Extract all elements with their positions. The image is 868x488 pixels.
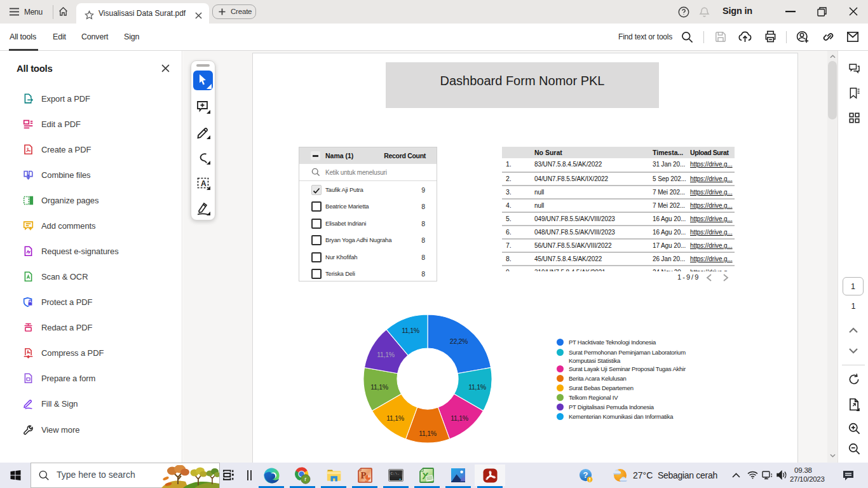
svg-text:C:\.: C:\.	[391, 471, 400, 476]
svg-text:11,1%: 11,1%	[402, 327, 419, 334]
svg-text:11,1%: 11,1%	[386, 414, 404, 422]
svg-text:11,1%: 11,1%	[419, 430, 437, 437]
svg-text:P: P	[360, 470, 366, 480]
svg-text:11,1%: 11,1%	[377, 351, 395, 358]
svg-text:11,1%: 11,1%	[468, 383, 486, 391]
svg-text:22,2%: 22,2%	[450, 337, 468, 345]
svg-text:A: A	[201, 179, 207, 188]
svg-text:11,1%: 11,1%	[370, 383, 388, 391]
svg-text:11,1%: 11,1%	[451, 414, 468, 422]
svg-text:r: r	[304, 475, 306, 482]
